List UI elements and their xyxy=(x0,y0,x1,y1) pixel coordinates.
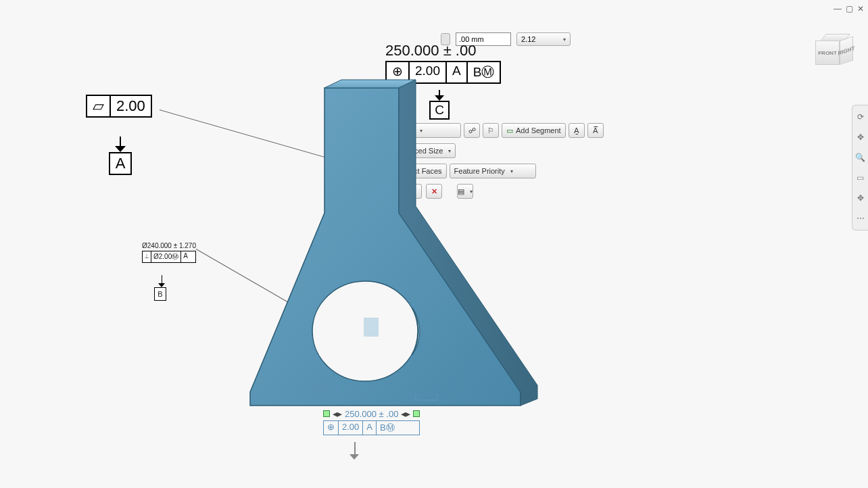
flatness-icon: ▱ xyxy=(87,96,111,116)
viewcube-front[interactable]: FRONT xyxy=(815,41,840,65)
text-style-b-icon[interactable]: A̅ xyxy=(587,123,604,138)
svg-rect-1 xyxy=(364,318,379,337)
active-dimension[interactable]: ◂▸ 250.000 ± .00 ◂▸ ⊕ 2.00 A BⓂ xyxy=(323,408,420,435)
datum-triangle-icon xyxy=(349,454,359,460)
text-style-a-icon[interactable]: A̱ xyxy=(569,123,585,138)
arrow-right-icon: ◂▸ xyxy=(401,408,410,419)
fcf-position-icon: ⊕ xyxy=(324,421,339,435)
right-view-toolbar: ⟳ ✥ 🔍 ▭ ✥ ⋯ xyxy=(852,105,868,230)
diameter-dim: Ø240.000 ± 1.270 xyxy=(142,242,196,249)
viewcube-right[interactable]: RIGHT xyxy=(840,36,853,65)
orbit-icon[interactable]: ⟳ xyxy=(854,111,867,123)
zoom-icon[interactable]: 🔍 xyxy=(854,151,867,164)
flatness-tol: 2.00 xyxy=(111,96,151,116)
fcf-datum-a: A xyxy=(363,421,377,435)
fcf-datum-b: BⓂ xyxy=(377,421,398,435)
datum-triangle-icon xyxy=(115,146,126,152)
datum-leader xyxy=(354,442,356,456)
viewcube[interactable]: FRONT RIGHT xyxy=(813,35,854,68)
active-fcf[interactable]: ⊕ 2.00 A BⓂ xyxy=(323,420,420,435)
datum-a[interactable]: A xyxy=(109,137,132,175)
move-icon[interactable]: ✥ xyxy=(854,192,867,204)
close-button[interactable]: ✕ xyxy=(857,4,864,14)
maximize-button[interactable]: ▢ xyxy=(846,4,853,14)
datum-label: B xyxy=(154,287,166,301)
datum-b[interactable]: B xyxy=(154,275,169,301)
datum-leader xyxy=(162,275,162,283)
pan-icon[interactable]: ✥ xyxy=(854,131,867,143)
version-dropdown[interactable]: 2.12 xyxy=(516,32,571,46)
fcf-tol: 2.00 xyxy=(339,421,363,435)
datum-label: A xyxy=(109,152,132,175)
active-dim-value: 250.000 ± .00 xyxy=(345,409,398,419)
more-icon[interactable]: ⋯ xyxy=(854,212,867,224)
extension-line xyxy=(316,383,339,390)
flatness-block[interactable]: ▱ 2.00 A xyxy=(86,95,152,175)
diameter-tol: Ø2.00Ⓜ xyxy=(151,251,181,262)
diameter-block[interactable]: Ø240.000 ± 1.270 ⟂ Ø2.00Ⓜ A B xyxy=(142,242,196,301)
drag-handle[interactable] xyxy=(323,410,330,417)
version-value: 2.12 xyxy=(521,35,535,43)
drag-handle[interactable] xyxy=(413,410,420,417)
arrow-left-icon: ◂▸ xyxy=(333,408,342,419)
model-viewport[interactable] xyxy=(189,68,568,433)
main-dimension: 250.000 ± .00 xyxy=(385,42,476,59)
minimize-button[interactable]: — xyxy=(834,4,842,14)
fit-icon[interactable]: ▭ xyxy=(854,172,867,184)
perpendicularity-icon: ⟂ xyxy=(143,251,151,262)
datum-leader xyxy=(120,137,121,146)
extension-line xyxy=(415,394,438,401)
